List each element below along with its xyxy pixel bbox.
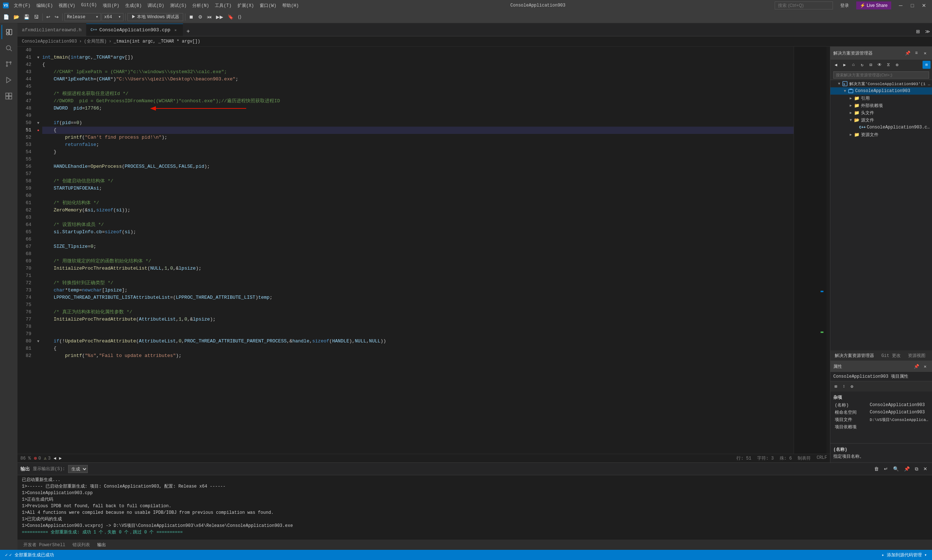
- add-source-control[interactable]: ✦ 添加到源代码管理 ▾: [879, 550, 929, 560]
- tab-afxmdi[interactable]: afxmdiclientareawnd.h: [17, 24, 86, 36]
- activity-search[interactable]: [2, 41, 16, 55]
- toolbar-btn-5[interactable]: ⏹: [187, 12, 196, 22]
- sol-tab-resources[interactable]: 资源视图: [905, 352, 928, 360]
- activity-extensions[interactable]: [2, 89, 16, 103]
- sol-menu-btn[interactable]: ≡: [912, 49, 920, 57]
- open-file-button[interactable]: 📂: [12, 12, 21, 22]
- menu-file[interactable]: 文件(F): [12, 2, 33, 9]
- props-grid-btn[interactable]: ⊞: [832, 382, 840, 391]
- sol-home-btn[interactable]: ⌂: [849, 61, 857, 69]
- new-file-button[interactable]: 📄: [2, 12, 11, 22]
- sol-sync-btn[interactable]: ⊞: [923, 61, 930, 69]
- toolbar-btn-10[interactable]: ⟨⟩: [236, 12, 243, 22]
- svg-marker-8: [6, 77, 11, 83]
- undo-button[interactable]: ↩: [45, 12, 52, 22]
- output-close-btn[interactable]: ✕: [921, 464, 929, 474]
- solution-search-input[interactable]: [833, 71, 929, 78]
- platform-dropdown[interactable]: x64 ▾: [102, 13, 123, 21]
- output-source-select[interactable]: 生成: [68, 465, 88, 473]
- toolbar-btn-6[interactable]: ⚙: [196, 12, 204, 22]
- props-close-btn[interactable]: ✕: [921, 362, 929, 371]
- props-filter-btn[interactable]: ⚙: [848, 382, 856, 391]
- start-debug-button[interactable]: ▶ 本地 Windows 调试器: [128, 13, 183, 21]
- configuration-dropdown[interactable]: Release ▾: [65, 13, 101, 21]
- tree-cpp-file[interactable]: C++ ConsoleApplication903.cpp: [830, 124, 932, 131]
- menu-debug[interactable]: 调试(D): [145, 2, 167, 9]
- overflow-button[interactable]: ≫: [923, 26, 932, 36]
- menu-extensions[interactable]: 扩展(X): [235, 2, 256, 9]
- menu-test[interactable]: 测试(S): [168, 2, 189, 9]
- user-login[interactable]: 登录: [837, 2, 852, 9]
- sol-filter-btn[interactable]: ⧖: [884, 61, 892, 69]
- tree-source-files[interactable]: ▼ 📂 源文件: [830, 117, 932, 124]
- bottom-tab-output[interactable]: 输出: [94, 541, 109, 549]
- activity-git[interactable]: [2, 57, 16, 71]
- breadcrumb-project[interactable]: ConsoleApplication903: [22, 39, 77, 44]
- sol-refresh-btn[interactable]: ↻: [858, 61, 866, 69]
- menu-analyze[interactable]: 分析(N): [190, 2, 211, 9]
- save-button[interactable]: 💾: [22, 12, 31, 22]
- fold-80[interactable]: ▼: [36, 340, 40, 343]
- sol-settings-btn[interactable]: ⚙: [893, 61, 901, 69]
- code-content[interactable]: int _tmain(int argc, _TCHAR* argv[]) { /…: [41, 46, 794, 454]
- sol-tab-explorer[interactable]: 解决方案资源管理器: [832, 352, 877, 360]
- output-pin-btn[interactable]: 📌: [902, 464, 912, 474]
- sol-pin-btn[interactable]: 📌: [904, 49, 912, 57]
- fold-41[interactable]: ▼: [36, 56, 40, 60]
- props-pin-btn[interactable]: 📌: [912, 362, 920, 371]
- split-editor-button[interactable]: ⊞: [914, 26, 922, 36]
- props-sort-btn[interactable]: ↕: [840, 382, 848, 391]
- tree-project-label: ConsoleApplication903: [855, 88, 910, 94]
- tree-solution[interactable]: ▼ S 解决方案'ConsoleApplication903'(1 个项目/共 …: [830, 80, 932, 87]
- global-search-input[interactable]: [775, 2, 833, 9]
- live-share-button[interactable]: ⚡ Live Share: [856, 2, 891, 9]
- menu-project[interactable]: 项目(P): [100, 2, 122, 9]
- tab-consolecpp[interactable]: C++ ConsoleApplication903.cpp ✕: [86, 24, 183, 36]
- toolbar-btn-8[interactable]: ▶▶: [214, 12, 225, 22]
- tree-resources[interactable]: ▶ 📁 资源文件: [830, 131, 932, 138]
- bottom-tab-powershell[interactable]: 开发者 PowerShell: [20, 541, 68, 549]
- close-button[interactable]: ✕: [919, 2, 929, 9]
- activity-debug[interactable]: [2, 73, 16, 87]
- nav-forward[interactable]: ▶: [59, 455, 62, 461]
- sol-back-btn[interactable]: ◀: [832, 61, 840, 69]
- error-count[interactable]: ⊗ 0: [34, 455, 41, 462]
- redo-button[interactable]: ↪: [53, 12, 60, 22]
- tree-project[interactable]: ▼ ConsoleApplication903: [830, 87, 932, 95]
- menu-edit[interactable]: 编辑(E): [34, 2, 56, 9]
- bottom-tab-errors[interactable]: 错误列表: [69, 541, 93, 549]
- breadcrumb-function[interactable]: _tmain(int argc, _TCHAR * argv[]): [114, 39, 200, 44]
- warning-count[interactable]: ⚠ 3: [44, 455, 50, 461]
- nav-back[interactable]: ◀: [54, 455, 56, 461]
- menu-view[interactable]: 视图(V): [56, 2, 77, 9]
- toolbar-btn-9[interactable]: 🔖: [226, 12, 235, 22]
- output-clear-btn[interactable]: 🗑: [872, 464, 881, 474]
- breadcrumb-scope[interactable]: (全局范围): [84, 38, 106, 45]
- output-float-btn[interactable]: ⧉: [913, 464, 920, 474]
- minimize-button[interactable]: ─: [896, 2, 906, 9]
- toolbar-btn-7[interactable]: ⏮: [205, 12, 213, 22]
- output-find-btn[interactable]: 🔍: [891, 464, 901, 474]
- tree-external-deps[interactable]: ▶ 📁 外部依赖项: [830, 102, 932, 109]
- menu-help[interactable]: 帮助(H): [280, 2, 301, 9]
- maximize-button[interactable]: □: [907, 2, 917, 9]
- sol-close-btn[interactable]: ✕: [921, 49, 929, 57]
- new-tab-button[interactable]: +: [185, 26, 191, 36]
- output-panel: 输出 显示输出源(S): 生成 🗑 ↵ 🔍 📌 ⧉ ✕ 已启动重新生成... 1…: [17, 463, 932, 550]
- sol-show-all-btn[interactable]: 👁: [876, 61, 884, 69]
- fold-50[interactable]: ▼: [36, 121, 40, 125]
- output-wrap-btn[interactable]: ↵: [882, 464, 890, 474]
- sol-tab-git[interactable]: Git 更改: [878, 352, 904, 360]
- menu-build[interactable]: 生成(B): [123, 2, 144, 9]
- menu-window[interactable]: 窗口(W): [258, 2, 279, 9]
- tree-headers[interactable]: ▶ 📁 头文件: [830, 109, 932, 117]
- save-all-button[interactable]: 🖫: [32, 12, 40, 22]
- activity-explorer[interactable]: [2, 25, 16, 39]
- menu-git[interactable]: Git(G): [79, 2, 99, 9]
- tab-close-cpp[interactable]: ✕: [173, 27, 179, 33]
- tree-references[interactable]: ▶ 📁 引用: [830, 95, 932, 102]
- sol-forward-btn[interactable]: ▶: [841, 61, 849, 69]
- sol-collapse-btn[interactable]: ⊟: [867, 61, 875, 69]
- menu-tools[interactable]: 工具(T): [213, 2, 234, 9]
- status-success[interactable]: ✓ ✓ 全部重新生成已成功: [3, 550, 56, 560]
